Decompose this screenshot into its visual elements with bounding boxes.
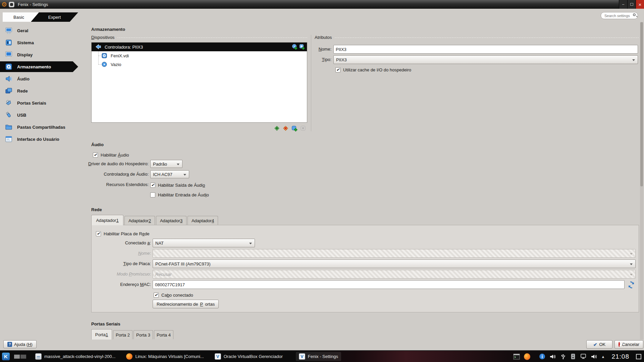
task-label: massive_attack-collected-vinyl-200...	[44, 354, 115, 359]
network-icon	[5, 87, 13, 95]
add-controller-button[interactable]	[274, 125, 280, 131]
sidebar-item-display[interactable]: Display	[0, 49, 78, 60]
sidebar-label: Interface do Usuário	[17, 137, 59, 142]
desktop-1[interactable]	[14, 355, 20, 359]
tab-adapter-4[interactable]: Adaptador 4	[187, 216, 218, 225]
tree-row-controller[interactable]: Controladora: PIIX3	[92, 43, 307, 51]
add-hard-disk-icon[interactable]	[299, 44, 305, 50]
optical-disc-icon	[101, 61, 107, 67]
mac-address-label: Endereço MAC:	[104, 280, 151, 289]
serial-port-icon	[5, 99, 13, 107]
audio-input-checkbox[interactable]	[150, 192, 155, 197]
tab-expert[interactable]: Expert	[31, 12, 78, 22]
audio-output-row: ✔ Habilitar Saída de Áudio	[150, 181, 205, 189]
volume2-tray-icon[interactable]	[591, 354, 597, 360]
sidebar-item-portas-seriais[interactable]: Portas Seriais	[0, 98, 78, 108]
network-monitor-tray-icon[interactable]	[580, 353, 587, 360]
attributes-group: Atributos	[315, 35, 639, 40]
tab-adapter-3[interactable]: Adaptador 3	[156, 216, 186, 225]
task-virtualbox-manager[interactable]: V Oracle VirtualBox Gerenciador	[212, 352, 286, 361]
desktop-pager[interactable]	[14, 355, 26, 359]
enable-adapter-checkbox[interactable]: ✔	[96, 231, 101, 236]
mac-address-input[interactable]	[153, 280, 625, 289]
sidebar-item-audio[interactable]: Áudio	[0, 73, 78, 84]
add-optical-drive-icon[interactable]	[292, 44, 298, 50]
host-io-cache-row: ✔ Utilizar cache de I/O do hospedeiro	[335, 66, 411, 73]
devices-group-label: Dispositivos	[91, 35, 114, 40]
controller-type-select[interactable]: PIIX3	[333, 55, 638, 64]
sidebar-item-geral[interactable]: Geral	[0, 25, 78, 36]
cancel-button[interactable]: Cancelar	[614, 340, 643, 349]
sidebar-item-pastas-compartilhadas[interactable]: Pastas Compartilhadas	[0, 122, 78, 132]
checkbox-label: Habilitar Entrada de Áudio	[158, 192, 209, 197]
regenerate-mac-button[interactable]	[627, 281, 634, 288]
firefox-icon	[126, 353, 132, 360]
cable-connected-checkbox[interactable]: ✔	[154, 293, 159, 298]
task-file-manager[interactable]: massive_attack-collected-vinyl-200...	[32, 352, 118, 361]
close-button[interactable]: ×	[636, 0, 644, 9]
port-forwarding-button[interactable]: Redirecionamento de Portas	[153, 300, 219, 308]
tab-port-2[interactable]: Porta 2	[113, 330, 132, 339]
enable-audio-checkbox[interactable]: ✔	[93, 153, 98, 158]
promiscuous-mode-label: Modo Promíscuo:	[104, 270, 151, 279]
audio-controller-select[interactable]: ICH AC97	[150, 170, 189, 178]
attached-to-select[interactable]: NAT	[153, 239, 255, 247]
adapter-type-select[interactable]: PCnet-FAST III (Am79C973)	[153, 259, 636, 268]
tree-row-label: FeniX.vdi	[111, 53, 129, 58]
sidebar-item-armazenamento[interactable]: Armazenamento	[0, 61, 78, 72]
check-icon: ✔	[97, 232, 100, 236]
media-device-tray-icon[interactable]	[570, 353, 576, 360]
volume-tray-icon[interactable]	[549, 354, 556, 360]
info-tray-icon[interactable]	[539, 353, 545, 360]
ok-button[interactable]: ✔ OK	[586, 340, 612, 349]
clock[interactable]: 21:08	[611, 353, 629, 360]
host-io-cache-checkbox[interactable]: ✔	[335, 67, 340, 72]
footer-bar	[0, 340, 644, 351]
add-attachment-button[interactable]	[291, 125, 298, 131]
general-icon	[5, 26, 13, 35]
remove-controller-button[interactable]	[282, 125, 289, 131]
chevron-down-icon	[630, 274, 633, 276]
firefox-tray-icon[interactable]	[524, 353, 530, 360]
tab-port-4[interactable]: Porta 4	[154, 330, 173, 339]
tree-row-disk[interactable]: FeniX.vdi	[92, 51, 307, 60]
sidebar-item-sistema[interactable]: Sistema	[0, 37, 78, 48]
name-label: Nome:	[311, 45, 331, 54]
vertical-scrollbar[interactable]	[640, 22, 643, 340]
scrollbar-thumb[interactable]	[640, 22, 643, 186]
sidebar-item-usb[interactable]: USB	[0, 110, 78, 120]
search-input[interactable]	[601, 12, 638, 19]
storage-disk-icon	[5, 63, 13, 71]
maximize-button[interactable]	[627, 0, 636, 9]
selected-value: Recusar	[155, 272, 171, 277]
controller-name-input[interactable]	[333, 45, 638, 54]
tab-port-3[interactable]: Porta 3	[133, 330, 153, 339]
app-menu-button[interactable]: K	[2, 353, 10, 360]
virtualbox-icon: V	[215, 353, 221, 360]
ok-label: OK	[599, 342, 605, 347]
task-fenix-settings[interactable]: V Fenix - Settings	[296, 352, 341, 361]
help-button[interactable]: ? Ajuda (H)	[3, 340, 37, 348]
checkbox-label: Habilitar Áudio	[101, 153, 129, 158]
show-desktop-button[interactable]	[636, 354, 641, 359]
tab-port-1[interactable]: Porta 1	[91, 329, 112, 340]
tab-adapter-2[interactable]: Adaptador 2	[124, 216, 155, 225]
checkbox-label: Utilizar cache de I/O do hospedeiro	[343, 67, 411, 72]
tree-row-optical[interactable]: Vazio	[92, 60, 307, 69]
sidebar-item-rede[interactable]: Rede	[0, 85, 78, 96]
audio-driver-select[interactable]: Padrão	[150, 160, 182, 168]
desktop-2[interactable]	[20, 355, 26, 359]
task-label: Fenix - Settings	[308, 354, 338, 359]
usb-tray-icon[interactable]	[560, 353, 566, 360]
promiscuous-mode-select-disabled: Recusar	[153, 270, 636, 279]
minimize-button[interactable]: −	[619, 0, 627, 9]
task-firefox[interactable]: Linux: Máquinas Virtuais [Comuni...	[123, 352, 207, 361]
sidebar-item-interface-usuario[interactable]: Interface do Usuário	[0, 134, 78, 144]
sidebar-label: Portas Seriais	[17, 101, 46, 106]
network-name-label: Nome:	[104, 249, 151, 258]
audio-output-checkbox[interactable]: ✔	[150, 183, 155, 188]
tray-expander-icon[interactable]: ▲	[601, 355, 605, 359]
terminal-tray-icon[interactable]	[513, 354, 520, 360]
task-label: Linux: Máquinas Virtuais [Comuni...	[135, 354, 204, 359]
tab-adapter-1[interactable]: Adaptador 1	[91, 215, 123, 225]
